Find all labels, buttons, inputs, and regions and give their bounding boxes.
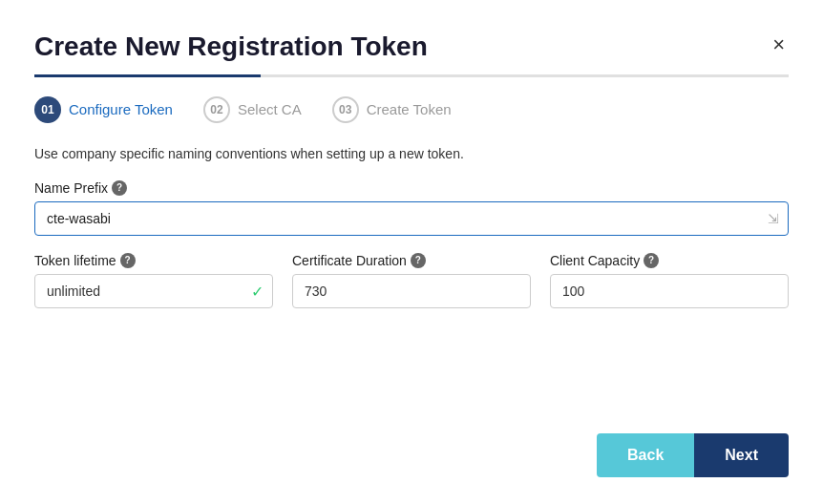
description-text: Use company specific naming conventions … — [34, 146, 789, 161]
name-prefix-group: Name Prefix ? ⇲ — [34, 180, 789, 236]
client-capacity-col: Client Capacity ? — [550, 253, 789, 308]
step-1-label: Configure Token — [69, 101, 173, 117]
token-lifetime-help-icon[interactable]: ? — [120, 253, 136, 268]
token-lifetime-select[interactable]: unlimited 1 day 7 days 30 days 90 days 3… — [34, 274, 273, 308]
client-capacity-help-icon[interactable]: ? — [644, 253, 659, 268]
step-3: 03 Create Token — [332, 96, 452, 123]
client-capacity-input[interactable] — [550, 274, 789, 308]
header-divider — [34, 74, 789, 77]
token-lifetime-label: Token lifetime ? — [34, 253, 273, 268]
cert-duration-col: Certificate Duration ? — [292, 253, 531, 308]
name-prefix-help-icon[interactable]: ? — [112, 180, 127, 196]
steps-container: 01 Configure Token 02 Select CA 03 Creat… — [34, 96, 789, 123]
modal-container: Create New Registration Token × 01 Confi… — [0, 0, 823, 504]
modal-header: Create New Registration Token × — [34, 31, 789, 63]
client-capacity-label: Client Capacity ? — [550, 253, 789, 268]
token-lifetime-select-wrapper: unlimited 1 day 7 days 30 days 90 days 3… — [34, 274, 273, 308]
name-prefix-label: Name Prefix ? — [34, 180, 789, 196]
name-prefix-input[interactable] — [34, 201, 789, 236]
resize-icon: ⇲ — [768, 211, 779, 226]
step-2-circle: 02 — [203, 96, 230, 123]
step-1: 01 Configure Token — [34, 96, 173, 123]
check-icon: ✓ — [251, 282, 264, 300]
modal-title: Create New Registration Token — [34, 31, 428, 63]
step-2-label: Select CA — [238, 101, 302, 117]
cert-duration-label: Certificate Duration ? — [292, 253, 531, 268]
next-button[interactable]: Next — [694, 433, 789, 477]
step-1-circle: 01 — [34, 96, 61, 123]
back-button[interactable]: Back — [597, 433, 694, 477]
cert-duration-help-icon[interactable]: ? — [411, 253, 426, 268]
step-3-circle: 03 — [332, 96, 359, 123]
step-2: 02 Select CA — [203, 96, 302, 123]
form-row-fields: Token lifetime ? unlimited 1 day 7 days … — [34, 253, 789, 308]
step-3-label: Create Token — [367, 101, 452, 117]
cert-duration-input[interactable] — [292, 274, 531, 308]
close-button[interactable]: × — [769, 34, 789, 55]
token-lifetime-col: Token lifetime ? unlimited 1 day 7 days … — [34, 253, 273, 308]
modal-footer: Back Next — [34, 407, 789, 477]
name-prefix-input-wrapper: ⇲ — [34, 201, 789, 236]
